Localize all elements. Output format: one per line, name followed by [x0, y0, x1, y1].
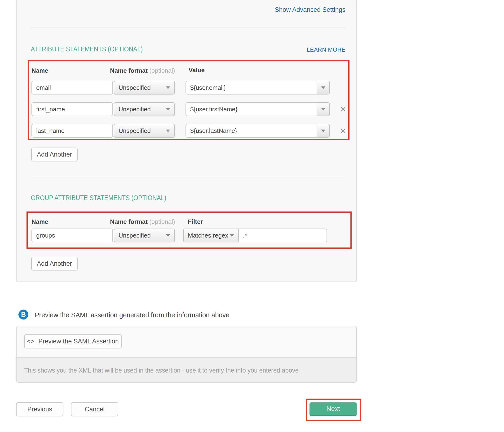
column-header-optional: (optional): [149, 218, 175, 225]
name-format-dropdown[interactable]: Unspecified: [114, 102, 175, 116]
section-divider: [31, 178, 345, 178]
value-expression-dropdown-button[interactable]: [317, 102, 330, 116]
name-format-dropdown[interactable]: Unspecified: [114, 81, 175, 94]
column-header-name-format: Name format (optional): [110, 218, 175, 225]
filter-type-dropdown[interactable]: Matches regex: [183, 229, 239, 242]
section-divider: [31, 27, 345, 28]
attribute-value-input[interactable]: [186, 102, 317, 116]
preview-panel-top: <> Preview the SAML Assertion: [17, 326, 356, 357]
caret-down-icon: [166, 234, 170, 237]
group-attribute-name-input[interactable]: [31, 229, 113, 242]
attribute-value-input[interactable]: [186, 124, 317, 138]
add-another-group-attribute-button[interactable]: Add Another: [31, 257, 78, 271]
filter-value-input[interactable]: [238, 229, 327, 242]
attribute-value-input[interactable]: [186, 81, 317, 94]
value-expression-dropdown-button[interactable]: [317, 81, 330, 94]
next-button[interactable]: Next: [309, 402, 357, 416]
caret-down-icon: [230, 234, 234, 237]
attribute-name-input[interactable]: [31, 81, 113, 94]
value-expression-dropdown-button[interactable]: [317, 124, 330, 138]
show-advanced-settings-link[interactable]: Show Advanced Settings: [275, 6, 345, 13]
attribute-name-input[interactable]: [31, 102, 113, 116]
add-another-attribute-button[interactable]: Add Another: [31, 148, 78, 161]
saml-settings-page: Show Advanced Settings ATTRIBUTE STATEME…: [0, 0, 504, 432]
remove-row-icon[interactable]: ✕: [339, 127, 347, 135]
previous-button[interactable]: Previous: [16, 402, 63, 416]
step-b-badge: B: [18, 310, 28, 319]
caret-down-icon: [321, 108, 325, 111]
column-header-name: Name: [31, 218, 48, 225]
caret-down-icon: [166, 86, 170, 89]
column-header-filter: Filter: [188, 218, 203, 225]
column-header-name-format: Name format (optional): [110, 67, 175, 74]
step-b-title: Preview the SAML assertion generated fro…: [35, 311, 244, 319]
preview-hint-text: This shows you the XML that will be used…: [17, 367, 319, 374]
learn-more-link[interactable]: LEARN MORE: [307, 47, 345, 53]
attribute-statements-heading: ATTRIBUTE STATEMENTS (OPTIONAL): [31, 45, 161, 53]
preview-panel-hint-area: This shows you the XML that will be used…: [17, 357, 356, 383]
caret-down-icon: [166, 130, 170, 132]
caret-down-icon: [166, 108, 170, 111]
name-format-dropdown[interactable]: Unspecified: [114, 124, 175, 138]
column-header-value: Value: [189, 66, 205, 74]
preview-assertion-panel: <> Preview the SAML Assertion This shows…: [16, 326, 357, 383]
caret-down-icon: [321, 130, 325, 132]
remove-row-icon[interactable]: ✕: [339, 105, 347, 114]
cancel-button[interactable]: Cancel: [71, 402, 118, 416]
column-header-name: Name: [31, 67, 48, 74]
group-attribute-statements-heading: GROUP ATTRIBUTE STATEMENTS (OPTIONAL): [31, 194, 188, 202]
attribute-name-input[interactable]: [31, 124, 113, 138]
column-header-optional: (optional): [149, 67, 175, 74]
preview-saml-assertion-button[interactable]: <> Preview the SAML Assertion: [24, 334, 122, 348]
name-format-dropdown[interactable]: Unspecified: [114, 229, 175, 242]
caret-down-icon: [321, 86, 325, 89]
code-icon: <>: [27, 338, 35, 345]
